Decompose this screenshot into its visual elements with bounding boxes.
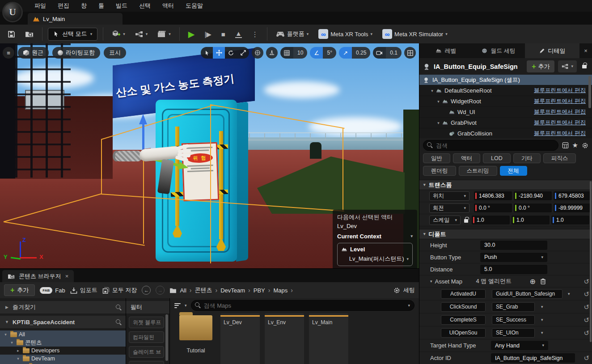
menu-window[interactable]: 창	[75, 0, 93, 12]
default-section-header[interactable]: ▾ 디폴트	[419, 229, 592, 239]
save-all-button[interactable]: 모두 저장	[102, 286, 137, 294]
menu-build[interactable]: 빌드	[110, 0, 133, 12]
details-search-input[interactable]	[423, 140, 558, 151]
chip-lod[interactable]: LOD	[483, 153, 511, 163]
tab-levels[interactable]: 레벨	[419, 43, 472, 58]
rotation-dropdown[interactable]: 회전 ▾	[429, 203, 469, 213]
folder-row-all[interactable]: ▾ All	[0, 330, 126, 339]
menu-edit[interactable]: 편집	[52, 0, 75, 12]
expand-arrow-icon[interactable]: ▾	[436, 99, 441, 104]
breadcrumb-devteam[interactable]: DevTeam	[220, 287, 245, 294]
rotation-y-field[interactable]: 0.0 °	[514, 203, 552, 212]
view-mode-dropdown[interactable]: 라이팅포함	[52, 47, 100, 59]
filter-funnel-icon[interactable]	[174, 303, 181, 308]
edit-in-blueprint-link[interactable]: 블루프린트에서 편집	[534, 119, 586, 127]
meta-xr-simulator-dropdown[interactable]: ∞ Meta XR Simulator ▾	[379, 27, 451, 41]
asset-lv-main[interactable]: Lv_Main	[309, 313, 348, 364]
cinematics-button[interactable]: ▾	[154, 27, 174, 41]
breadcrumb-content[interactable]: 콘텐츠	[195, 286, 212, 294]
add-element-icon[interactable]: ⊕	[530, 277, 536, 286]
chip-general[interactable]: 일반	[423, 153, 450, 163]
edit-in-blueprint-link[interactable]: 블루프린트에서 편집	[534, 97, 586, 105]
stop-button[interactable]: ■	[218, 27, 228, 41]
location-z-field[interactable]: 679.45803	[554, 191, 592, 200]
tree-row-self[interactable]: IA_Button_Equip_SafeSign (셀프)	[419, 75, 592, 85]
location-y-field[interactable]: -2180.940	[514, 191, 552, 200]
play-options-button[interactable]: ⋮	[249, 27, 262, 41]
asset-search-input[interactable]	[191, 300, 414, 311]
settings-button[interactable]: 세팅	[393, 286, 415, 294]
reset-icon[interactable]: ↺	[584, 355, 589, 361]
save-button[interactable]	[4, 27, 18, 41]
trash-icon[interactable]	[540, 278, 546, 284]
rotation-snap-value[interactable]: 5°	[323, 47, 336, 59]
scale-snap-control[interactable]: ↗ 0.25	[339, 47, 370, 59]
viewport-menu-button[interactable]: ≡	[3, 47, 14, 59]
actor-id-field[interactable]: IA_Button_Equip_SafeSign	[491, 353, 575, 363]
button-type-dropdown[interactable]: Push ▾	[480, 253, 547, 262]
tab-world-settings[interactable]: 월드 세팅	[472, 43, 525, 58]
filter-widget-blueprint[interactable]: 위젯 블루프	[129, 317, 164, 328]
scale-z-field[interactable]: 1.0	[551, 216, 589, 224]
asset-value-dropdown[interactable]: GuidUI_Button_Safesign	[492, 289, 562, 299]
reset-icon[interactable]: ↺	[584, 304, 589, 310]
import-button[interactable]: 임포트	[70, 286, 97, 294]
reset-icon[interactable]: ↺	[584, 317, 589, 323]
grid-snap-control[interactable]: 10	[280, 47, 307, 59]
rotate-tool-button[interactable]	[225, 47, 237, 59]
menu-select[interactable]: 선택	[133, 0, 156, 12]
fab-button[interactable]: FAB Fab	[40, 287, 65, 294]
menu-file[interactable]: 파일	[29, 0, 52, 12]
asset-key-field[interactable]: ActivatedU	[441, 289, 486, 299]
reset-icon[interactable]: ↺	[584, 291, 589, 297]
chip-physics[interactable]: 피직스	[543, 153, 576, 163]
menu-tools[interactable]: 툴	[93, 0, 110, 12]
breadcrumb-all[interactable]: All	[180, 287, 186, 294]
tree-row-defaultsceneroot[interactable]: ▾ DefaultSceneRoot 블루프린트에서 편집	[419, 85, 592, 96]
display-options-icon[interactable]	[562, 142, 569, 148]
blueprints-button[interactable]: ▾	[132, 27, 151, 41]
folder-row-developers[interactable]: ▸ Developers	[0, 347, 126, 355]
project-section[interactable]: ▼ KPTiB_SpaceAccident	[0, 316, 126, 328]
asset-value-dropdown[interactable]: SE_UIOn	[492, 328, 535, 338]
expand-arrow-icon[interactable]: ▾	[429, 89, 435, 93]
breadcrumb-pby[interactable]: PBY	[254, 287, 265, 294]
meta-xr-tools-dropdown[interactable]: ∞ Meta XR Tools ▾	[315, 27, 376, 41]
star-icon[interactable]: ★	[572, 141, 578, 149]
filter-compiled[interactable]: 컴파일된	[129, 331, 164, 343]
target-hand-dropdown[interactable]: Any Hand ▾	[491, 341, 548, 350]
add-component-button[interactable]: + 추가	[527, 60, 554, 72]
back-button[interactable]: ←	[142, 286, 151, 295]
chevron-down-icon[interactable]: ▾	[185, 304, 187, 308]
tree-scrollbar[interactable]	[588, 76, 591, 108]
search-icon[interactable]	[116, 305, 122, 310]
location-x-field[interactable]: 14806.383	[474, 191, 512, 200]
tree-row-wd-ui[interactable]: Wd_UI 블루프린트에서 편집	[419, 107, 592, 118]
tree-row-grabpivot[interactable]: ▾ GrabPivot 블루프린트에서 편집	[419, 118, 592, 128]
chip-all[interactable]: 전체	[500, 166, 527, 176]
current-context-dropdown[interactable]: Current Context ▾	[337, 233, 413, 240]
add-actor-button[interactable]: ▾	[109, 27, 128, 41]
rotation-snap-control[interactable]: ∠ 5°	[310, 47, 336, 59]
grid-snap-value[interactable]: 10	[293, 47, 307, 59]
chip-actor[interactable]: 액터	[453, 153, 480, 163]
edit-in-blueprint-link[interactable]: 블루프린트에서 편집	[534, 87, 586, 94]
forward-button[interactable]: →	[156, 286, 165, 295]
scale-tool-button[interactable]	[237, 47, 249, 59]
add-asset-button[interactable]: + 추가	[4, 284, 35, 296]
surface-snapping-button[interactable]	[266, 47, 278, 59]
scale-x-field[interactable]: 1.0	[472, 216, 510, 224]
filter-niagara[interactable]: 나이아가라	[129, 361, 164, 364]
menu-help[interactable]: 도움말	[180, 0, 209, 12]
camera-speed-value[interactable]: 0.1	[386, 47, 402, 59]
blueprint-edit-dropdown[interactable]: ▾	[558, 60, 577, 72]
chip-rendering[interactable]: 렌더링	[423, 166, 456, 176]
height-field[interactable]: 30.0	[480, 241, 547, 250]
chevron-down-icon[interactable]: ▾	[408, 304, 410, 308]
tab-lv-main[interactable]: Lv_Main	[28, 13, 123, 25]
3d-viewport[interactable]: 산소 및 가스 농도 측정기 위 험	[0, 43, 419, 268]
folder-row-devteam[interactable]: ▾ DevTeam	[0, 355, 126, 363]
content-browser-tab[interactable]: 콘텐츠 브라우저 ×	[2, 270, 74, 282]
reset-icon[interactable]: ↺	[584, 330, 589, 336]
perspective-dropdown[interactable]: 원근	[18, 47, 49, 59]
